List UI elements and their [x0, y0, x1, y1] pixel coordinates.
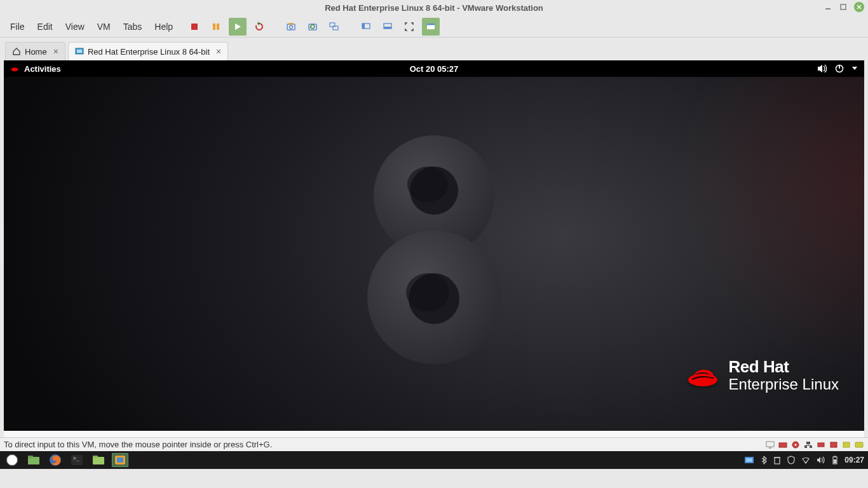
activities-label: Activities — [24, 64, 61, 74]
suspend-icon[interactable] — [207, 18, 225, 36]
usb-icon[interactable] — [816, 440, 826, 449]
svg-rect-9 — [287, 24, 295, 30]
volume-tray-icon[interactable] — [817, 456, 825, 464]
activities-button[interactable]: Activities — [10, 64, 61, 74]
tab-vm[interactable]: Red Hat Enterprise Linux 8 64-bit × — [68, 42, 228, 60]
trash-icon[interactable] — [773, 456, 781, 464]
terminal-icon[interactable]: >_ — [69, 453, 85, 467]
svg-rect-58 — [93, 456, 98, 458]
battery-icon[interactable] — [832, 456, 838, 464]
redhat-logo-icon — [10, 65, 19, 72]
tabbar: Home × Red Hat Enterprise Linux 8 64-bit… — [0, 37, 868, 60]
firefox-icon[interactable] — [47, 453, 64, 467]
svg-rect-68 — [834, 456, 836, 458]
tab-vm-label: Red Hat Enterprise Linux 8 64-bit — [88, 47, 210, 57]
svg-rect-60 — [117, 458, 123, 463]
svg-rect-1 — [841, 4, 846, 10]
svg-rect-4 — [191, 24, 198, 30]
svg-rect-63 — [775, 458, 780, 464]
device-tray — [765, 440, 864, 449]
svg-rect-49 — [855, 442, 863, 447]
network-icon[interactable] — [803, 440, 813, 449]
wallpaper-eight-icon — [351, 126, 517, 367]
window-title: Red Hat Enterprise Linux 8 64-bit - VMwa… — [325, 3, 543, 13]
svg-rect-69 — [834, 459, 836, 463]
svg-marker-25 — [818, 65, 822, 72]
close-icon[interactable]: × — [53, 46, 58, 57]
power-icon[interactable] — [835, 64, 844, 73]
start-menu-icon[interactable] — [4, 453, 20, 467]
volume-icon[interactable] — [817, 64, 827, 73]
cdrom-icon[interactable] — [790, 440, 801, 449]
menu-help[interactable]: Help — [148, 19, 179, 34]
guest-clock[interactable]: Oct 20 05:27 — [410, 64, 459, 74]
status-message: To direct input to this VM, move the mou… — [4, 440, 272, 449]
host-window-titlebar: Red Hat Enterprise Linux 8 64-bit - VMwa… — [0, 0, 868, 16]
close-icon[interactable]: × — [216, 46, 221, 57]
chevron-down-icon[interactable] — [851, 66, 858, 71]
svg-marker-7 — [235, 24, 241, 30]
unity-icon[interactable] — [422, 18, 440, 36]
snapshot-manager-icon[interactable] — [325, 18, 343, 36]
svg-point-35 — [688, 374, 717, 386]
svg-point-34 — [406, 273, 449, 311]
vmware-tray-icon[interactable] — [744, 456, 754, 464]
tab-home-label: Home — [25, 47, 47, 57]
snapshot-icon[interactable] — [282, 18, 300, 36]
restart-icon[interactable] — [250, 18, 268, 36]
svg-text:>_: >_ — [73, 456, 79, 461]
svg-rect-46 — [818, 443, 824, 447]
harddisk-icon[interactable] — [778, 440, 788, 449]
svg-rect-41 — [806, 442, 810, 444]
network-tray-icon[interactable] — [801, 456, 810, 464]
svg-point-40 — [795, 444, 797, 445]
show-console-icon[interactable] — [357, 18, 375, 36]
menu-file[interactable]: File — [4, 19, 31, 34]
svg-point-24 — [11, 67, 18, 71]
revert-snapshot-icon[interactable] — [304, 18, 322, 36]
menu-vm[interactable]: VM — [91, 19, 117, 34]
svg-marker-8 — [257, 22, 260, 25]
guest-wallpaper: Red Hat Enterprise Linux — [4, 77, 864, 431]
vmware-workstation-icon[interactable] — [112, 453, 128, 467]
menu-tabs[interactable]: Tabs — [117, 19, 149, 34]
file-manager-icon[interactable] — [25, 453, 42, 467]
shield-icon[interactable] — [787, 456, 795, 464]
svg-rect-23 — [77, 50, 82, 53]
printer-icon[interactable] — [841, 440, 851, 449]
fullscreen-icon[interactable] — [400, 18, 418, 36]
toolbar — [186, 18, 440, 36]
thumbnail-icon[interactable] — [379, 18, 397, 36]
svg-rect-21 — [427, 24, 435, 25]
guest-topbar: Activities Oct 20 05:27 — [4, 60, 864, 77]
svg-rect-5 — [213, 24, 215, 30]
message-icon[interactable] — [854, 440, 864, 449]
close-button[interactable] — [854, 2, 864, 12]
tab-home[interactable]: Home × — [5, 42, 65, 60]
svg-rect-36 — [766, 442, 774, 447]
vm-icon — [75, 47, 84, 56]
vm-display[interactable]: Activities Oct 20 05:27 — [4, 60, 864, 437]
menu-view[interactable]: View — [59, 19, 91, 34]
svg-rect-47 — [831, 442, 837, 447]
guest-system-tray — [817, 64, 858, 73]
monitor-icon[interactable] — [765, 440, 775, 449]
svg-rect-17 — [362, 24, 365, 29]
files-icon[interactable] — [90, 453, 107, 467]
bluetooth-icon[interactable] — [761, 456, 767, 464]
svg-rect-38 — [779, 443, 787, 447]
power-off-icon[interactable] — [186, 18, 203, 36]
menu-edit[interactable]: Edit — [31, 19, 59, 34]
play-icon[interactable] — [229, 18, 247, 36]
menubar: File Edit View VM Tabs Help — [0, 16, 868, 37]
minimize-button[interactable] — [824, 3, 832, 11]
brand-line1: Red Hat — [729, 358, 839, 376]
maximize-button[interactable] — [839, 3, 848, 11]
guest-bottom-strip — [4, 431, 864, 437]
redhat-brand: Red Hat Enterprise Linux — [687, 358, 839, 393]
svg-point-65 — [805, 462, 806, 463]
sound-icon[interactable] — [829, 440, 839, 449]
svg-point-10 — [290, 25, 293, 29]
svg-rect-53 — [28, 456, 33, 458]
host-clock[interactable]: 09:27 — [844, 456, 864, 464]
